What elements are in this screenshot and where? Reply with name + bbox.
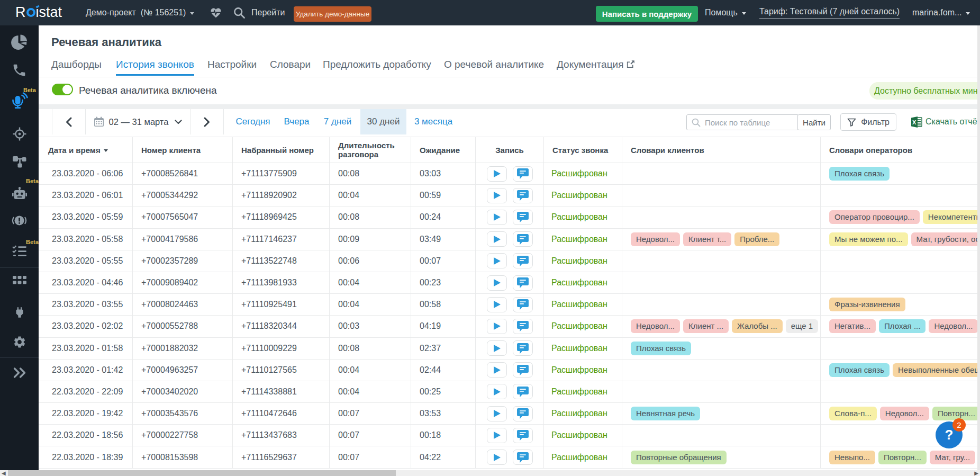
svg-text:X: X [912,119,917,125]
